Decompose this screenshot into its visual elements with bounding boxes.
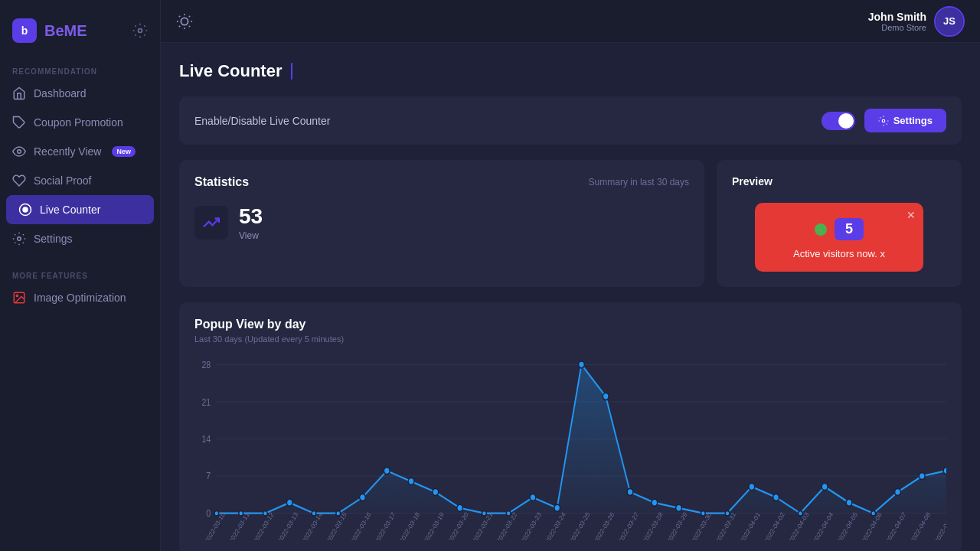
svg-point-2 xyxy=(18,150,21,154)
preview-title: Preview xyxy=(732,175,773,187)
logo-icon: b xyxy=(12,18,37,43)
chart-area: 28 21 14 7 0 2022-03-102022-03-112022-03… xyxy=(194,356,946,540)
svg-text:2022-03-28: 2022-03-28 xyxy=(642,510,665,540)
stats-numbers: 53 View xyxy=(239,204,263,241)
svg-text:2022-04-01: 2022-04-01 xyxy=(739,510,762,540)
svg-text:2022-03-18: 2022-03-18 xyxy=(398,510,421,540)
sidebar-item-label: Dashboard xyxy=(34,87,87,99)
svg-text:2022-03-25: 2022-03-25 xyxy=(568,510,591,540)
stats-header: Statistics Summary in last 30 days xyxy=(194,175,689,189)
svg-text:2022-04-07: 2022-04-07 xyxy=(884,510,907,540)
svg-point-0 xyxy=(139,29,142,33)
svg-text:21: 21 xyxy=(201,396,211,407)
settings-btn-label: Settings xyxy=(893,115,933,126)
svg-point-66 xyxy=(676,504,682,511)
user-info: John Smith Demo Store JS xyxy=(868,6,965,37)
green-dot-indicator xyxy=(815,223,827,236)
svg-text:2022-03-23: 2022-03-23 xyxy=(520,510,543,540)
svg-text:2022-03-13: 2022-03-13 xyxy=(276,510,299,540)
image-icon xyxy=(12,291,26,305)
theme-toggle-icon[interactable] xyxy=(176,13,193,30)
more-features-label: MORE FEATURES xyxy=(0,266,160,283)
svg-line-16 xyxy=(189,15,190,16)
title-divider xyxy=(291,63,292,80)
sidebar-gear-icon[interactable] xyxy=(132,23,148,38)
chart-svg: 28 21 14 7 0 2022-03-102022-03-112022-03… xyxy=(194,356,946,540)
preview-close-icon[interactable]: ✕ xyxy=(906,209,916,221)
svg-text:2022-03-17: 2022-03-17 xyxy=(374,510,397,540)
svg-text:2022-03-19: 2022-03-19 xyxy=(423,510,446,540)
preview-popup: ✕ 5 Active visitors now. x xyxy=(755,203,923,272)
svg-point-44 xyxy=(408,478,414,485)
svg-point-40 xyxy=(360,494,366,500)
svg-point-58 xyxy=(579,361,585,368)
svg-line-12 xyxy=(189,25,190,26)
main-content: John Smith Demo Store JS Live Counter En… xyxy=(161,0,980,551)
logo-name: BeME xyxy=(44,22,87,40)
enable-toggle[interactable] xyxy=(822,112,855,130)
svg-point-34 xyxy=(286,499,292,506)
stats-preview-row: Statistics Summary in last 30 days 53 Vi… xyxy=(179,160,962,287)
chart-subtitle: Last 30 days (Updated every 5 minutes) xyxy=(194,334,946,344)
sidebar-item-dashboard[interactable]: Dashboard xyxy=(0,79,160,108)
svg-text:2022-03-20: 2022-03-20 xyxy=(446,510,469,540)
trend-icon-wrap xyxy=(194,206,228,240)
sidebar-item-live-counter[interactable]: Live Counter xyxy=(6,195,154,224)
svg-point-56 xyxy=(554,504,560,511)
svg-text:2022-03-26: 2022-03-26 xyxy=(593,510,616,540)
sidebar-item-label: Social Proof xyxy=(34,174,91,187)
preview-card: Preview ✕ 5 Active visitors now. x xyxy=(717,160,962,287)
user-text: John Smith Demo Store xyxy=(868,11,926,32)
sidebar-item-coupon[interactable]: Coupon Promotion xyxy=(0,108,160,137)
sidebar-item-recently-view[interactable]: Recently View New xyxy=(0,137,160,166)
svg-point-46 xyxy=(433,488,439,495)
toggle-knob xyxy=(838,113,854,129)
svg-point-17 xyxy=(882,119,885,122)
svg-point-74 xyxy=(773,494,779,500)
svg-text:7: 7 xyxy=(206,470,211,481)
enable-label: Enable/Disable Live Counter xyxy=(194,115,330,127)
svg-text:2022-03-16: 2022-03-16 xyxy=(349,510,372,540)
stats-content: 53 View xyxy=(194,204,689,241)
preview-top-row: 5 xyxy=(815,218,864,240)
svg-text:2022-03-29: 2022-03-29 xyxy=(665,510,688,540)
svg-text:2022-04-08: 2022-04-08 xyxy=(909,510,932,540)
sidebar-item-label: Live Counter xyxy=(40,204,100,216)
settings-button[interactable]: Settings xyxy=(864,109,946,132)
home-icon xyxy=(12,86,26,100)
page-content: Live Counter Enable/Disable Live Counter… xyxy=(161,43,980,551)
svg-point-54 xyxy=(530,494,536,500)
gear-icon xyxy=(12,232,26,246)
svg-line-11 xyxy=(179,15,180,16)
sidebar-item-label: Settings xyxy=(34,233,73,245)
svg-text:2022-03-27: 2022-03-27 xyxy=(617,510,640,540)
sidebar-item-label: Image Optimization xyxy=(34,292,126,304)
svg-point-8 xyxy=(181,18,188,24)
chart-card: Popup View by day Last 30 days (Updated … xyxy=(179,302,962,551)
new-badge: New xyxy=(112,146,136,157)
svg-point-7 xyxy=(16,295,18,296)
svg-point-78 xyxy=(822,483,828,490)
avatar-ring: JS xyxy=(934,6,965,37)
svg-text:2022-04-02: 2022-04-02 xyxy=(763,510,786,540)
recommendation-label: RECOMMENDATION xyxy=(0,61,160,79)
svg-text:0: 0 xyxy=(206,507,211,518)
svg-point-42 xyxy=(384,468,390,474)
sidebar-item-label: Coupon Promotion xyxy=(34,116,123,129)
svg-point-72 xyxy=(749,483,755,490)
sidebar-item-social-proof[interactable]: Social Proof xyxy=(0,166,160,195)
svg-point-62 xyxy=(627,488,633,495)
svg-text:2022-03-24: 2022-03-24 xyxy=(544,510,567,540)
sidebar-item-settings[interactable]: Settings xyxy=(0,224,160,253)
svg-text:2022-04-05: 2022-04-05 xyxy=(836,510,859,540)
page-title: Live Counter xyxy=(179,61,282,81)
svg-line-15 xyxy=(179,25,180,26)
enable-right: Settings xyxy=(822,109,946,132)
svg-point-88 xyxy=(943,468,946,474)
visitor-count-badge: 5 xyxy=(835,218,864,240)
sidebar-item-label: Recently View xyxy=(34,145,101,158)
sidebar: b BeME RECOMMENDATION Dashboard Coupon P… xyxy=(0,0,161,551)
stats-summary: Summary in last 30 days xyxy=(589,177,689,187)
svg-point-86 xyxy=(919,473,925,480)
sidebar-item-image-optimization[interactable]: Image Optimization xyxy=(0,283,160,312)
